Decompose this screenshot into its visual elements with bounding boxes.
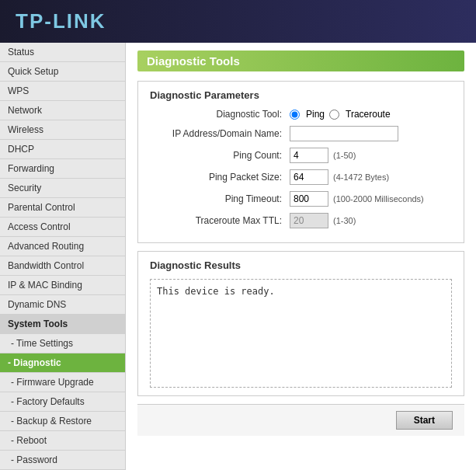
- sidebar-item-parental-control[interactable]: Parental Control: [0, 198, 125, 218]
- traceroute-ttl-label: Traceroute Max TTL:: [150, 215, 290, 226]
- traceroute-radio[interactable]: [329, 110, 339, 120]
- ping-count-hint: (1-50): [333, 151, 356, 160]
- sidebar-item-reboot[interactable]: - Reboot: [0, 431, 125, 451]
- ip-address-row: IP Address/Domain Name:: [150, 126, 452, 141]
- ping-packet-size-hint: (4-1472 Bytes): [333, 172, 389, 182]
- logo: TP-LINK: [16, 9, 106, 33]
- traceroute-ttl-value: (1-30): [290, 213, 356, 228]
- traceroute-ttl-input[interactable]: [290, 213, 328, 228]
- results-box: This device is ready.: [150, 279, 452, 388]
- sidebar-item-quick-setup[interactable]: Quick Setup: [0, 62, 125, 82]
- sidebar-item-forwarding[interactable]: Forwarding: [0, 159, 125, 179]
- ip-address-input[interactable]: [290, 126, 398, 141]
- sidebar-item-time-settings[interactable]: - Time Settings: [0, 334, 125, 353]
- sidebar-item-dynamic-dns[interactable]: Dynamic DNS: [0, 295, 125, 315]
- results-section-title: Diagnostic Results: [150, 259, 452, 271]
- traceroute-ttl-row: Traceroute Max TTL: (1-30): [150, 213, 452, 228]
- start-button[interactable]: Start: [396, 411, 453, 430]
- layout: Status Quick Setup WPS Network Wireless …: [0, 43, 476, 470]
- ping-packet-size-input[interactable]: [290, 169, 328, 185]
- traceroute-label: Traceroute: [346, 109, 391, 120]
- sidebar-item-diagnostic[interactable]: - Diagnostic: [0, 353, 125, 373]
- sidebar-item-password[interactable]: - Password: [0, 451, 125, 470]
- main-content: Diagnostic Tools Diagnostic Parameters D…: [126, 43, 476, 470]
- ping-timeout-hint: (100-2000 Milliseconds): [333, 194, 424, 204]
- sidebar-item-wireless[interactable]: Wireless: [0, 120, 125, 140]
- params-section-title: Diagnostic Parameters: [150, 89, 452, 101]
- sidebar-item-bandwidth-control[interactable]: Bandwidth Control: [0, 256, 125, 276]
- ping-count-row: Ping Count: (1-50): [150, 148, 452, 163]
- sidebar-item-advanced-routing[interactable]: Advanced Routing: [0, 237, 125, 256]
- ping-label: Ping: [306, 109, 325, 120]
- sidebar-item-status[interactable]: Status: [0, 43, 125, 62]
- ping-timeout-row: Ping Timeout: (100-2000 Milliseconds): [150, 191, 452, 207]
- diagnostic-tool-row: Diagnostic Tool: Ping Traceroute: [150, 109, 452, 120]
- ping-count-label: Ping Count:: [150, 150, 290, 161]
- ping-timeout-value: (100-2000 Milliseconds): [290, 191, 424, 207]
- sidebar-item-wps[interactable]: WPS: [0, 82, 125, 101]
- sidebar-item-ip-mac-binding[interactable]: IP & MAC Binding: [0, 276, 125, 295]
- ping-timeout-input[interactable]: [290, 191, 328, 207]
- ping-timeout-label: Ping Timeout:: [150, 193, 290, 204]
- params-section: Diagnostic Parameters Diagnostic Tool: P…: [137, 81, 464, 243]
- diagnostic-tool-label: Diagnostic Tool:: [150, 109, 290, 120]
- sidebar-item-system-tools[interactable]: System Tools: [0, 315, 125, 334]
- header: TP-LINK: [0, 0, 476, 43]
- sidebar-item-dhcp[interactable]: DHCP: [0, 140, 125, 159]
- ping-count-value: (1-50): [290, 148, 356, 163]
- ping-count-input[interactable]: [290, 148, 328, 163]
- ip-address-value: [290, 126, 398, 141]
- sidebar-item-factory-defaults[interactable]: - Factory Defaults: [0, 392, 125, 412]
- ping-radio[interactable]: [290, 110, 300, 120]
- sidebar-item-firmware-upgrade[interactable]: - Firmware Upgrade: [0, 373, 125, 392]
- ping-packet-size-label: Ping Packet Size:: [150, 172, 290, 183]
- bottom-bar: Start: [137, 404, 464, 436]
- page-title: Diagnostic Tools: [137, 50, 464, 71]
- ping-packet-size-value: (4-1472 Bytes): [290, 169, 389, 185]
- diagnostic-tool-value: Ping Traceroute: [290, 109, 391, 120]
- sidebar-item-backup-restore[interactable]: - Backup & Restore: [0, 412, 125, 431]
- ip-address-label: IP Address/Domain Name:: [150, 128, 290, 139]
- traceroute-ttl-hint: (1-30): [333, 216, 356, 225]
- results-text: This device is ready.: [157, 286, 275, 297]
- sidebar-item-network[interactable]: Network: [0, 101, 125, 120]
- results-section: Diagnostic Results This device is ready.: [137, 251, 464, 396]
- sidebar-item-security[interactable]: Security: [0, 179, 125, 198]
- ping-packet-size-row: Ping Packet Size: (4-1472 Bytes): [150, 169, 452, 185]
- sidebar: Status Quick Setup WPS Network Wireless …: [0, 43, 126, 470]
- sidebar-item-access-control[interactable]: Access Control: [0, 218, 125, 237]
